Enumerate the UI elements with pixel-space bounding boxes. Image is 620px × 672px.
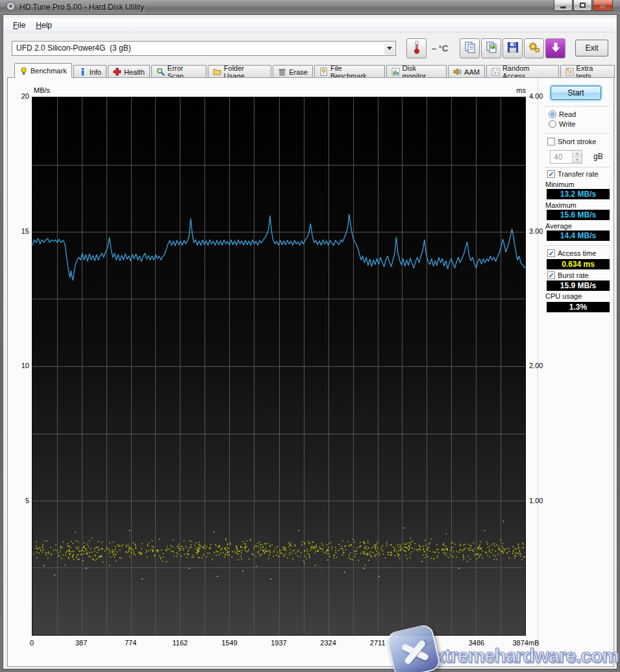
average-label: Average xyxy=(545,222,572,230)
x-axis-tick-label: 3486 xyxy=(457,639,496,647)
radio-unselected-icon xyxy=(549,120,556,128)
download-arrow-icon xyxy=(549,41,562,56)
x-axis-tick-label: 1549 xyxy=(210,639,249,647)
checkbox-unchecked-icon xyxy=(547,138,555,145)
options-gear-icon xyxy=(528,41,541,56)
tab-label: Info xyxy=(90,68,101,76)
x-axis-tick-label: 2711 xyxy=(358,639,397,647)
copy-image-icon xyxy=(485,41,498,56)
window-title: HD Tune Pro 5.00 - Hard Disk Utility xyxy=(19,3,144,12)
temperature-button[interactable] xyxy=(406,38,427,58)
short-stroke-checkbox[interactable]: Short stroke xyxy=(547,137,596,146)
checkbox-checked-icon: ✓ xyxy=(547,170,555,178)
read-radio[interactable]: Read xyxy=(549,110,576,119)
burst-rate-checkbox[interactable]: ✓ Burst rate xyxy=(547,271,589,280)
y-axis-tick-label: 20 xyxy=(10,92,29,100)
tab-aam[interactable]: AAM xyxy=(448,65,485,78)
y-axis-left-unit: MB/s xyxy=(34,86,50,94)
minimize-button[interactable] xyxy=(554,0,573,11)
menu-file[interactable]: File xyxy=(8,19,31,32)
access-time-value: 0.634 ms xyxy=(547,259,610,269)
close-icon xyxy=(599,2,606,9)
short-stroke-unit: gB xyxy=(593,152,603,161)
spinner-up-icon[interactable]: ▲ xyxy=(573,151,582,157)
temperature-readout: – °C xyxy=(432,44,448,53)
chevron-down-icon[interactable] xyxy=(384,42,395,55)
cpu-usage-label: CPU usage xyxy=(545,292,582,300)
x-axis-tick-label: 3099 xyxy=(408,639,447,647)
options-button[interactable] xyxy=(524,38,544,58)
x-axis-tick-label: 1937 xyxy=(260,639,299,647)
drive-select[interactable]: UFD 2.0 Silicon-Power4G (3 gB) xyxy=(12,41,396,56)
copy-text-icon xyxy=(464,41,477,56)
health-cross-icon xyxy=(113,68,121,76)
exit-button[interactable]: Exit xyxy=(575,40,608,56)
average-value: 14.4 MB/s xyxy=(547,230,610,241)
download-button[interactable] xyxy=(545,38,565,58)
lightbulb-icon xyxy=(19,67,28,75)
tab-benchmark[interactable]: Benchmark xyxy=(14,63,72,78)
y-axis-right-unit: ms xyxy=(506,86,526,94)
transfer-rate-checkbox[interactable]: ✓ Transfer rate xyxy=(547,169,599,179)
save-icon xyxy=(506,41,519,56)
maximum-value: 15.6 MB/s xyxy=(547,210,610,220)
tab-extra-tests[interactable]: Extra tests xyxy=(560,65,615,78)
y-axis-right-tick-label: 4.00 xyxy=(529,92,549,100)
start-button[interactable]: Start xyxy=(551,86,601,100)
tab-error-scan[interactable]: Error Scan xyxy=(151,65,206,78)
save-button[interactable] xyxy=(502,38,523,58)
x-axis-tick-label: 387 xyxy=(62,639,101,647)
minimize-icon xyxy=(560,6,566,8)
copy-image-button[interactable] xyxy=(481,38,501,58)
bar-chart-icon xyxy=(391,68,400,76)
short-stroke-size-input[interactable]: 40 ▲ ▼ xyxy=(550,150,582,164)
tab-health[interactable]: Health xyxy=(108,65,150,78)
cpu-usage-value: 1.3% xyxy=(547,302,610,312)
tab-strip: BenchmarkInfoHealthError ScanFolder Usag… xyxy=(4,64,616,78)
client-area: File Help UFD 2.0 Silicon-Power4G (3 gB)… xyxy=(3,14,617,669)
tab-file-benchmark[interactable]: File Benchmark xyxy=(314,65,385,78)
tab-info[interactable]: Info xyxy=(73,65,106,78)
panel-divider xyxy=(538,78,538,666)
scatter-icon xyxy=(491,68,500,76)
checkbox-checked-icon: ✓ xyxy=(547,271,555,279)
burst-rate-value: 15.9 MB/s xyxy=(547,280,610,291)
tab-erase[interactable]: Erase xyxy=(273,65,313,78)
benchmark-page: MB/s ms Start Read Write xyxy=(7,77,614,667)
tab-label: Health xyxy=(124,68,145,76)
tab-label: AAM xyxy=(464,68,480,76)
maximize-button[interactable] xyxy=(573,0,592,11)
access-time-checkbox[interactable]: ✓ Access time xyxy=(547,249,596,258)
magnifier-icon xyxy=(156,68,165,76)
file-benchmark-icon xyxy=(319,68,328,76)
menu-bar: File Help xyxy=(4,18,616,32)
benchmark-controls: Start Read Write Short stroke 40 xyxy=(543,78,614,666)
copy-text-button[interactable] xyxy=(460,38,480,58)
benchmark-plot-svg xyxy=(32,97,525,635)
title-bar[interactable]: HD Tune Pro 5.00 - Hard Disk Utility xyxy=(0,0,620,14)
tab-folder-usage[interactable]: Folder Usage xyxy=(208,65,271,78)
tab-disk-monitor[interactable]: Disk monitor xyxy=(386,65,447,78)
minimum-label: Minimum xyxy=(545,180,575,188)
x-axis-tick-label: 2324 xyxy=(309,639,348,647)
trash-icon xyxy=(278,68,286,76)
y-axis-tick-label: 10 xyxy=(10,362,29,369)
app-window: HD Tune Pro 5.00 - Hard Disk Utility Fil… xyxy=(0,0,620,672)
info-icon xyxy=(79,68,87,76)
maximize-icon xyxy=(580,3,586,8)
tab-label: Benchmark xyxy=(31,67,67,75)
checkbox-checked-icon: ✓ xyxy=(547,249,555,257)
close-button[interactable] xyxy=(593,0,613,11)
spinner-down-icon[interactable]: ▼ xyxy=(573,157,582,164)
tab-random-access[interactable]: Random Access xyxy=(486,65,559,78)
write-radio[interactable]: Write xyxy=(549,119,575,129)
app-icon xyxy=(6,1,16,14)
menu-help[interactable]: Help xyxy=(31,19,57,32)
x-axis-tick-label: 0 xyxy=(12,639,51,647)
maximum-label: Maximum xyxy=(545,201,577,209)
speaker-icon xyxy=(453,68,462,76)
extra-tests-icon xyxy=(565,68,574,76)
y-axis-right-tick-label: 3.00 xyxy=(529,227,549,235)
radio-selected-icon xyxy=(549,110,556,118)
x-axis-tick-label: 774 xyxy=(111,639,150,647)
